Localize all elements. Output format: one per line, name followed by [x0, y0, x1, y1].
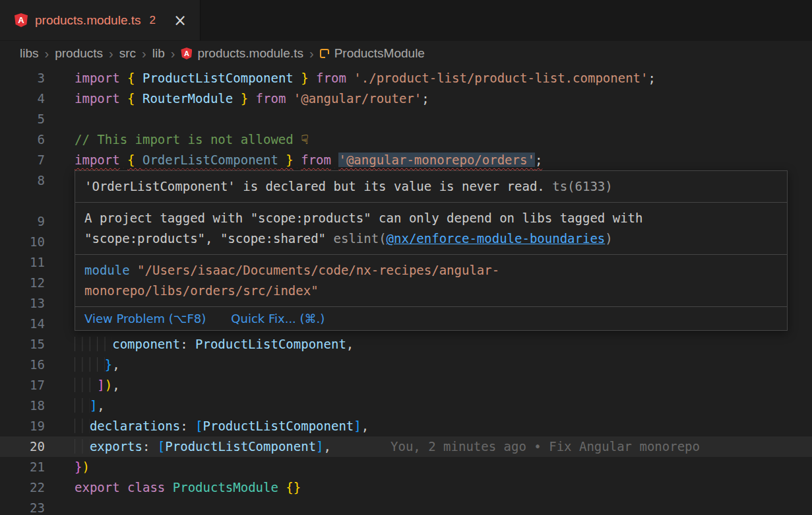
code-token: [ — [195, 419, 203, 433]
git-blame-annotation: You, 2 minutes ago • Fix Angular monorep… — [390, 439, 700, 454]
code-line-20[interactable]: 20 exports: [ProductListComponent],You, … — [0, 436, 812, 457]
line-number[interactable]: 3 — [0, 68, 45, 88]
breadcrumb-file-label: products.module.ts — [197, 46, 303, 61]
line-number[interactable] — [0, 191, 45, 211]
hover-section-1: 'OrderListComponent' is declared but its… — [75, 171, 787, 203]
breadcrumb-item-products[interactable]: products — [55, 46, 103, 61]
line-number[interactable]: 11 — [0, 252, 45, 273]
line-number[interactable]: 15 — [0, 334, 45, 355]
code-line-18[interactable]: 18 ], — [0, 395, 812, 416]
code-token: } — [105, 357, 112, 372]
line-number[interactable]: 9 — [0, 211, 45, 232]
code-token: from — [301, 153, 331, 167]
breadcrumb-item-src[interactable]: src — [119, 46, 136, 61]
line-number[interactable]: 8 — [0, 170, 45, 191]
code-line-22[interactable]: 22export class ProductsModule {} — [0, 477, 812, 498]
line-number[interactable]: 5 — [0, 109, 45, 129]
line-number[interactable]: 6 — [0, 129, 45, 150]
breadcrumb-item-file[interactable]: A products.module.ts — [181, 46, 303, 61]
hover-section-2: A project tagged with "scope:products" c… — [75, 203, 787, 255]
line-content: ], — [45, 395, 812, 416]
code-token: , — [112, 378, 119, 392]
line-number[interactable]: 4 — [0, 88, 45, 109]
code-token: ☟ — [301, 132, 309, 147]
line-number[interactable]: 13 — [0, 293, 45, 314]
error-hover-popup: 'OrderListComponent' is declared but its… — [75, 170, 788, 331]
code-token — [346, 71, 354, 85]
line-number[interactable]: 7 — [0, 150, 45, 170]
code-token — [120, 153, 127, 167]
code-line-16[interactable]: 16 }, — [0, 355, 812, 375]
code-line-17[interactable]: 17 ]), — [0, 375, 812, 395]
code-token: class — [127, 480, 165, 495]
line-number[interactable]: 17 — [0, 375, 45, 395]
line-content — [45, 109, 812, 129]
code-editor: 3import { ProductListComponent } from '.… — [0, 66, 812, 515]
line-number[interactable]: 18 — [0, 395, 45, 416]
breadcrumb-separator: › — [309, 46, 314, 61]
code-line-4[interactable]: 4import { RouterModule } from '@angular/… — [0, 88, 812, 109]
code-token: './product-list/product-list.component' — [354, 71, 648, 85]
line-number[interactable]: 12 — [0, 273, 45, 293]
hover-text: "scope:products", "scope:shared" — [84, 231, 334, 246]
code-token — [331, 153, 338, 167]
code-token — [75, 439, 90, 454]
line-number[interactable]: 19 — [0, 416, 45, 436]
hover-text: monorepo/libs/orders/src/index" — [84, 283, 319, 298]
code-token: '@angular/router' — [294, 91, 422, 106]
code-token: ] — [90, 398, 97, 413]
code-line-5[interactable]: 5 — [0, 109, 812, 129]
code-line-23[interactable]: 23 — [0, 498, 812, 515]
tab-products-module[interactable]: A products.module.ts 2 × — [0, 0, 201, 40]
line-number[interactable]: 22 — [0, 477, 45, 498]
line-content: }, — [45, 355, 812, 375]
hover-line: monorepo/libs/orders/src/index" — [84, 281, 778, 301]
breadcrumb-item-symbol[interactable]: ProductsModule — [320, 46, 425, 61]
code-token: : — [142, 439, 158, 454]
line-number[interactable]: 23 — [0, 498, 45, 515]
code-token: import — [75, 71, 120, 85]
view-problem-action[interactable]: View Problem (⌥F8) — [84, 308, 206, 329]
code-token — [278, 480, 286, 495]
line-content: import { OrderListComponent } from '@ang… — [45, 150, 812, 170]
code-line-6[interactable]: 6// This import is not allowed ☟ — [0, 129, 812, 150]
code-token: import — [75, 91, 120, 106]
code-token: ProductListComponent — [195, 337, 346, 351]
eslint-rule-link[interactable]: @nx/enforce-module-boundaries — [387, 231, 606, 246]
code-line-15[interactable]: 15 component: ProductListComponent, — [0, 334, 812, 355]
code-token: component — [112, 337, 180, 351]
code-line-3[interactable]: 3import { ProductListComponent } from '.… — [0, 68, 812, 88]
line-number[interactable]: 20 — [0, 436, 45, 457]
code-token — [120, 480, 127, 495]
code-line-21[interactable]: 21}) — [0, 457, 812, 477]
class-symbol-icon — [320, 49, 329, 58]
code-token: , — [324, 439, 331, 454]
code-token: exports — [90, 439, 142, 454]
code-line-19[interactable]: 19 declarations: [ProductListComponent], — [0, 416, 812, 436]
breadcrumb-separator: › — [142, 46, 146, 61]
code-token: ) — [105, 378, 112, 392]
editor-tab-bar: A products.module.ts 2 × — [0, 0, 812, 41]
line-content: component: ProductListComponent, — [45, 334, 812, 355]
line-content: import { ProductListComponent } from './… — [45, 68, 812, 88]
quick-fix-action[interactable]: Quick Fix... (⌘.) — [231, 308, 325, 329]
breadcrumb-item-libs[interactable]: libs — [20, 46, 39, 61]
hover-section-3: module "/Users/isaac/Documents/code/nx-r… — [75, 255, 787, 307]
line-number[interactable]: 16 — [0, 355, 45, 375]
code-token: export — [75, 480, 120, 495]
line-number[interactable]: 14 — [0, 314, 45, 334]
code-token — [294, 153, 301, 167]
hover-text: 'OrderListComponent' is declared but its… — [84, 179, 545, 193]
code-line-7[interactable]: 7import { OrderListComponent } from '@an… — [0, 150, 812, 170]
line-number[interactable]: 21 — [0, 457, 45, 477]
code-token: declarations — [90, 419, 180, 433]
code-token: ProductListComponent — [203, 419, 354, 433]
hover-line: 'OrderListComponent' is declared but its… — [84, 176, 778, 197]
code-token: // This import is not allowed — [75, 132, 301, 147]
breadcrumb-item-lib[interactable]: lib — [152, 46, 165, 61]
code-token: , — [361, 419, 369, 433]
line-number[interactable]: 10 — [0, 232, 45, 252]
tab-title: products.module.ts — [35, 13, 141, 28]
code-token: from — [256, 91, 286, 106]
tab-close-icon[interactable]: × — [173, 13, 187, 28]
